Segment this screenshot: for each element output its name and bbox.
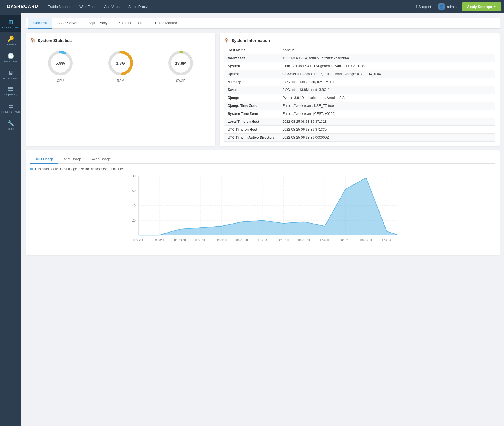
tab-youtube-guard[interactable]: YouTube Guard (113, 18, 149, 29)
tab-traffic-monitor[interactable]: Traffic Monitor (149, 18, 182, 29)
svg-text:08:31:00: 08:31:00 (278, 238, 289, 242)
ram-donut: 1.8G (107, 49, 134, 77)
home-icon-2: 🏠 (224, 38, 229, 43)
nav-anti-virus[interactable]: Anti Virus (100, 0, 124, 13)
svg-text:80: 80 (132, 174, 136, 178)
sidebar-item-timezone[interactable]: 🕐 TIMEZONE (0, 49, 21, 66)
info-table-row: DjangoPython 3.8.10, Locale en-us, Versi… (224, 94, 495, 102)
info-table-row: Swap3.8G total, 13.8M used, 3.8G free (224, 86, 495, 94)
info-label: System (224, 62, 279, 70)
tools-icon: 🔧 (7, 120, 14, 127)
nav-squid-proxy[interactable]: Squid Proxy (124, 0, 152, 13)
info-label: Memory (224, 78, 279, 86)
info-table-row: Local Time on Host2022-08-25 08:33:39.37… (224, 118, 495, 126)
sidebar-label-license: LICENSE (5, 43, 16, 46)
cards-row: 🏠 System Statistics 5.9% CPU (26, 33, 500, 146)
info-value: 2022-08-25 06:33:39.000000Z (279, 134, 495, 142)
sidebar-label-timezone: TIMEZONE (4, 60, 18, 63)
svg-text:08:29:30: 08:29:30 (216, 238, 227, 242)
network-icon (8, 86, 14, 93)
legend-text: This chart shows CPU usage in % for the … (35, 167, 124, 171)
swap-chart: 13.8M SWAP (167, 49, 194, 83)
brand-logo: DASHBOARD (3, 4, 43, 9)
cpu-donut: 5.9% (47, 49, 74, 77)
support-label: Support (418, 5, 431, 9)
admin-button[interactable]: 👤 admin (434, 3, 460, 10)
chevron-down-icon: ▼ (494, 5, 496, 8)
info-table-row: SystemLinux, version 5.4.0-124-generic /… (224, 62, 495, 70)
svg-text:08:33:00: 08:33:00 (360, 238, 372, 242)
info-value: 3.8G total, 1.8G used, 824.3M free (279, 78, 495, 86)
info-value: 08:33:39 up 3 days, 18:12, 1 user, load … (279, 70, 495, 78)
svg-text:08:30:30: 08:30:30 (257, 238, 268, 242)
timezone-icon: 🕐 (7, 53, 14, 59)
svg-rect-1 (8, 88, 13, 89)
svg-text:40: 40 (132, 204, 136, 208)
home-icon: 🏠 (30, 38, 35, 43)
sidebar-item-hostname[interactable]: 🖥 HOSTNAME (0, 66, 21, 83)
sidebar-item-config-sync[interactable]: ⇄ CONFIG SYNC (0, 100, 21, 117)
tab-bar: General ICAP Server Squid Proxy YouTube … (26, 18, 500, 29)
info-table-row: UTC Time in Active Directory2022-08-25 0… (224, 134, 495, 142)
info-icon: ℹ (416, 5, 417, 9)
cpu-label: CPU (57, 79, 64, 83)
config-sync-icon: ⇄ (9, 103, 13, 110)
avatar: 👤 (438, 3, 445, 10)
cpu-chart-wrapper: 80 60 40 20 (30, 173, 495, 251)
system-information-title: 🏠 System Information (224, 38, 495, 43)
info-table-row: Host Namenode12 (224, 46, 495, 54)
nav-traffic-monitor[interactable]: Traffic Monitor (44, 0, 75, 13)
tab-icap-server[interactable]: ICAP Server (52, 18, 83, 29)
cpu-chart: 5.9% CPU (47, 49, 74, 83)
svg-text:08:31:30: 08:31:30 (298, 238, 310, 242)
info-label: Uptime (224, 70, 279, 78)
nav-web-filter[interactable]: Web Filter (75, 0, 100, 13)
apply-settings-button[interactable]: Apply Settings ▼ (462, 2, 501, 11)
sidebar-label-dashboard: DASHBOARD (2, 26, 19, 29)
info-table-row: Addresses192.168.4.12/24, fe80::20c:29ff… (224, 54, 495, 62)
usage-tabs: CPU Usage RAM Usage Swap Usage (30, 155, 495, 164)
support-button[interactable]: ℹ Support (413, 5, 434, 9)
swap-donut: 13.8M (167, 49, 194, 77)
svg-text:08:27:30: 08:27:30 (133, 238, 145, 242)
swap-value: 13.8M (175, 61, 186, 65)
main-layout: ⊞ DASHBOARD 🔑 LICENSE 🕐 TIMEZONE 🖥 HOSTN… (0, 13, 504, 426)
admin-label: admin (447, 5, 457, 9)
info-table: Host Namenode12Addresses192.168.4.12/24,… (224, 46, 495, 142)
tab-general[interactable]: General (28, 18, 52, 29)
svg-text:08:32:00: 08:32:00 (319, 238, 330, 242)
sidebar-item-network[interactable]: NETWORK (0, 83, 21, 100)
usage-tab-swap[interactable]: Swap Usage (86, 155, 115, 164)
apply-settings-label: Apply Settings (467, 5, 492, 9)
info-label: Host Name (224, 46, 279, 54)
sidebar-label-tools: TOOLS (6, 128, 15, 130)
info-table-row: System Time ZoneEurope/Amsterdam (CEST, … (224, 110, 495, 118)
sidebar-item-dashboard[interactable]: ⊞ DASHBOARD (0, 15, 21, 32)
sidebar-item-license[interactable]: 🔑 LICENSE (0, 32, 21, 49)
info-table-row: Django Time ZoneEurope/Amsterdam, USE_TZ… (224, 102, 495, 110)
sidebar-label-hostname: HOSTNAME (3, 77, 18, 80)
legend-dot (30, 168, 33, 170)
info-label: Addresses (224, 54, 279, 62)
swap-label: SWAP (176, 79, 186, 83)
info-value: 3.8G total, 13.8M used, 3.8G free (279, 86, 495, 94)
info-value: Europe/Amsterdam, USE_TZ true (279, 102, 495, 110)
ram-chart: 1.8G RAM (107, 49, 134, 83)
info-label: UTC Time on Host (224, 126, 279, 134)
cpu-chart-svg: 80 60 40 20 (30, 173, 495, 250)
sidebar-item-tools[interactable]: 🔧 TOOLS (0, 117, 21, 134)
usage-tab-cpu[interactable]: CPU Usage (30, 155, 58, 164)
info-table-row: UTC Time on Host2022-08-25 06:33:39.3713… (224, 126, 495, 134)
sidebar-label-config-sync: CONFIG SYNC (1, 111, 20, 113)
svg-text:08:29:00: 08:29:00 (195, 238, 206, 242)
info-value: 2022-08-25 06:33:39.371335 (279, 126, 495, 134)
info-label: Swap (224, 86, 279, 94)
sidebar-label-network: NETWORK (4, 94, 18, 96)
info-table-row: Uptime08:33:39 up 3 days, 18:12, 1 user,… (224, 70, 495, 78)
svg-marker-31 (139, 178, 399, 235)
tab-squid-proxy[interactable]: Squid Proxy (83, 18, 113, 29)
info-value: Python 3.8.10, Locale en-us, Version 3.2… (279, 94, 495, 102)
svg-text:08:28:30: 08:28:30 (174, 238, 186, 242)
system-statistics-card: 🏠 System Statistics 5.9% CPU (26, 33, 215, 146)
usage-tab-ram[interactable]: RAM Usage (58, 155, 86, 164)
